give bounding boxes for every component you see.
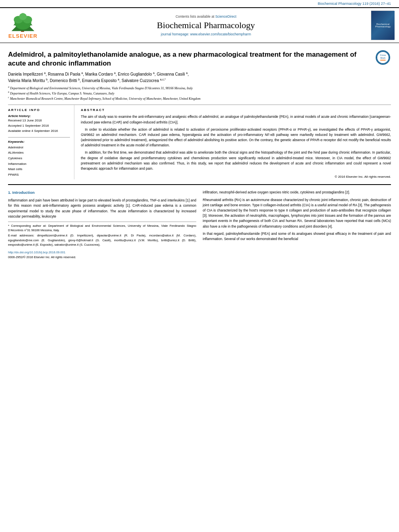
keyword-4: Inflammation	[8, 161, 70, 167]
info-divider	[8, 137, 70, 138]
abstract-text: The aim of study was to examine the anti…	[81, 114, 391, 179]
intro-para-1: Inflammation and pain have been attribut…	[8, 198, 196, 219]
accepted-date: Accepted 1 September 2016	[8, 123, 70, 129]
body-col-right: infiltration, neutrophil-derived active …	[203, 190, 391, 259]
available-date: Available online 4 September 2016	[8, 129, 70, 134]
article-title: Adelmidrol, a palmitoylethanolamide anal…	[8, 50, 372, 68]
intro-para-ra: Rheumatoid arthritis (RA) is an autoimmu…	[203, 197, 391, 229]
main-content: Adelmidrol, a palmitoylethanolamide anal…	[0, 43, 399, 263]
article-title-section: Adelmidrol, a palmitoylethanolamide anal…	[8, 47, 391, 68]
article-info-title: ARTICLE INFO	[8, 108, 70, 112]
received-date: Received 13 June 2016	[8, 118, 70, 123]
affiliation-a: a Department of Biological and Environme…	[8, 85, 391, 90]
abstract-para-2: In order to elucidate whether the action…	[81, 127, 391, 148]
crossmark[interactable]: Cross Mark	[376, 50, 391, 65]
article-info-abstract: ARTICLE INFO Article history: Received 1…	[8, 105, 391, 179]
body-content: 1. Introduction Inflammation and pain ha…	[8, 190, 391, 259]
intro-heading: 1. Introduction	[8, 190, 196, 196]
elsevier-brand: ELSEVIER	[8, 33, 37, 39]
footnote-section: * Corresponding author at: Department of…	[8, 222, 196, 247]
keyword-6: PPARS	[8, 172, 70, 178]
journal-reference-line: Biochemical Pharmacology 119 (2016) 27–4…	[0, 0, 399, 7]
abstract-section: ABSTRACT The aim of study was to examine…	[81, 105, 391, 179]
journal-header: ELSEVIER Contents lists available at Sci…	[0, 7, 399, 43]
keywords-list: Adelmidrol ALIAmides Cytokines Inflammat…	[8, 145, 70, 178]
keyword-2: ALIAmides	[8, 150, 70, 156]
sciencedirect-link[interactable]: ScienceDirect	[215, 14, 236, 18]
body-col-left: 1. Introduction Inflammation and pain ha…	[8, 190, 196, 259]
article-history: Received 13 June 2016 Accepted 1 Septemb…	[8, 118, 70, 134]
section-separator	[8, 184, 391, 185]
intro-para-pea: In that regard, palmitoylethanolamide (P…	[203, 231, 391, 242]
footnote-emails: E-mail addresses: dimpellizzeri@unime.it…	[8, 233, 196, 247]
affiliations: a Department of Biological and Environme…	[8, 85, 391, 101]
svg-text:Mark: Mark	[380, 57, 386, 59]
abstract-para-1: The aim of study was to examine the anti…	[81, 114, 391, 125]
doi-link[interactable]: http://dx.doi.org/10.1016/j.bcp.2016.09.…	[8, 250, 196, 255]
journal-homepage: journal homepage: www.elsevier.com/locat…	[45, 32, 367, 36]
issn-line: 0006-2952/© 2016 Elsevier Inc. All right…	[8, 255, 196, 260]
elsevier-logo: ELSEVIER	[5, 12, 41, 39]
doi-line[interactable]: http://dx.doi.org/10.1016/j.bcp.2016.09.…	[8, 250, 196, 259]
footnote-corresponding: * Corresponding author at: Department of…	[8, 224, 196, 233]
contents-line: Contents lists available at ScienceDirec…	[45, 14, 367, 18]
abstract-para-3: In addition, for the first time, we demo…	[81, 150, 391, 171]
keyword-1: Adelmidrol	[8, 145, 70, 150]
journal-title: Biochemical Pharmacology	[45, 20, 367, 31]
keyword-5: Mast cells	[8, 166, 70, 172]
affiliation-c: c Manchester Biomedical Research Centre,…	[8, 96, 391, 101]
article-history-label: Article history:	[8, 114, 70, 118]
article-info: ARTICLE INFO Article history: Received 1…	[8, 105, 74, 179]
journal-title-area: Contents lists available at ScienceDirec…	[45, 14, 367, 36]
affiliation-b: b Department of Health Sciences, V.le Eu…	[8, 90, 391, 96]
authors: Daniela Impellizzeri a, Rosanna Di Paola…	[8, 71, 391, 84]
intro-para-cont: infiltration, neutrophil-derived active …	[203, 190, 391, 195]
copyright-line: © 2016 Elsevier Inc. All rights reserved…	[81, 175, 391, 179]
journal-cover: BiochemicalPharmacology	[371, 10, 394, 40]
svg-text:Cross: Cross	[380, 54, 386, 56]
abstract-title: ABSTRACT	[81, 108, 391, 112]
keywords-label: Keywords:	[8, 140, 70, 144]
svg-point-5	[19, 13, 27, 20]
keyword-3: Cytokines	[8, 156, 70, 161]
